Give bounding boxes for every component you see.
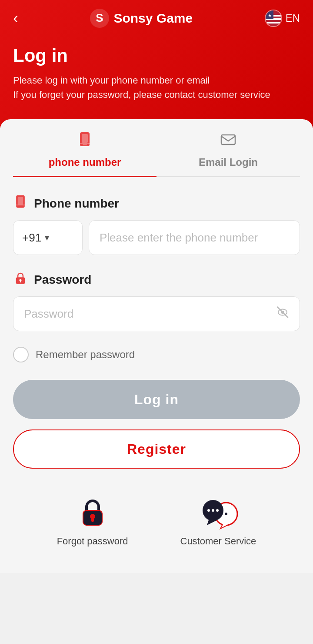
register-button[interactable]: Register [13,429,300,469]
tab-phone[interactable]: phone number [13,119,156,176]
svg-text:★: ★ [267,13,271,18]
main-content: phone number Email Login Phone number [0,119,313,573]
svg-rect-18 [20,281,21,282]
phone-label-row: Phone number [13,195,300,212]
header-description: Please log in with your phone number or … [13,73,300,102]
lock-icon [13,271,28,288]
phone-tab-icon [77,131,93,152]
language-label: EN [286,12,300,24]
svg-rect-12 [221,135,235,144]
password-section: Password [13,271,300,331]
forgot-password-action[interactable]: Forgot password [57,495,128,547]
svg-rect-14 [18,197,23,205]
country-code-selector[interactable]: +91 ▾ [13,220,83,255]
svg-point-28 [207,509,210,512]
remember-row: Remember password [13,347,300,362]
phone-number-input[interactable] [89,220,300,255]
customer-service-action[interactable]: Customer Service [180,495,256,547]
page-title: Log in [13,45,300,66]
remember-password-label: Remember password [36,349,135,361]
password-input[interactable] [13,296,300,331]
email-tab-icon [220,131,236,152]
svg-line-21 [277,307,288,318]
header-nav: ‹ S Sonsy Game ★ EN [13,9,300,28]
phone-field-label: Phone number [34,197,119,211]
brand-logo-area: S Sonsy Game [90,9,193,28]
svg-rect-11 [80,143,90,144]
svg-text:S: S [96,11,103,24]
phone-input-row: +91 ▾ [13,220,300,255]
svg-rect-10 [83,144,87,145]
login-button[interactable]: Log in [13,380,300,419]
header-desc-line1: Please log in with your phone number or … [13,73,300,87]
header: ‹ S Sonsy Game ★ EN [0,0,313,128]
svg-point-30 [216,509,219,512]
tab-phone-label: phone number [49,156,121,168]
password-label-row: Password [13,271,300,288]
customer-service-icon [196,495,240,530]
svg-point-29 [212,509,214,512]
flag-icon: ★ [265,10,282,27]
brand-name: Sonsy Game [113,11,193,26]
remember-password-checkbox[interactable] [13,347,29,362]
phone-section: Phone number +91 ▾ [13,195,300,255]
password-field-label: Password [34,273,91,287]
svg-rect-24 [91,518,94,522]
country-code-value: +91 [22,231,41,245]
dropdown-arrow-icon: ▾ [45,232,49,243]
tab-email-label: Email Login [199,156,258,168]
forgot-password-icon [75,495,110,530]
header-desc-line2: If you forget your password, please cont… [13,87,300,102]
brand-logo-icon: S [90,9,109,28]
svg-rect-5 [266,22,282,23]
phone-field-icon [13,195,28,212]
svg-rect-9 [82,134,88,143]
password-input-wrap [13,296,300,331]
svg-rect-15 [16,205,25,205]
forgot-password-label: Forgot password [57,536,128,547]
bottom-actions: Forgot password [13,495,300,547]
tab-email[interactable]: Email Login [156,119,300,176]
language-button[interactable]: ★ EN [265,10,300,27]
login-tabs: phone number Email Login [13,119,300,177]
toggle-password-icon[interactable] [276,305,290,322]
back-button[interactable]: ‹ [13,10,18,26]
svg-point-31 [225,513,227,515]
customer-service-label: Customer Service [180,536,256,547]
